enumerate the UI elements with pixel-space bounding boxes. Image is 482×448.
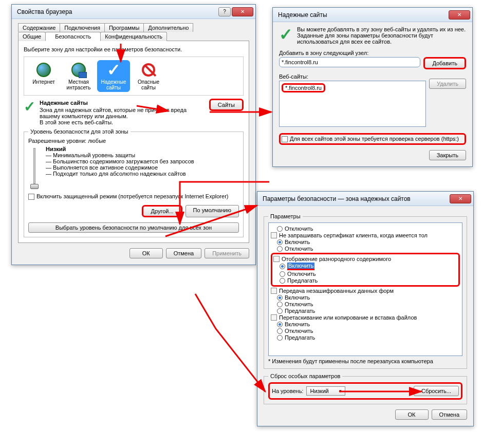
tree-group-icon [273, 256, 280, 262]
checkmark-icon: ✓ [279, 26, 293, 43]
win3-title: Параметры безопасности — зона надежных с… [263, 195, 450, 202]
tab-privacy[interactable]: Конфиденциальность [100, 32, 167, 41]
intranet-icon [71, 63, 86, 77]
cancel-button[interactable]: Отмена [166, 248, 201, 258]
radio-icon[interactable] [277, 295, 283, 301]
zone-desc-text: Надежные сайты Зона для надежных сайтов,… [40, 100, 205, 125]
help-button[interactable]: ? [218, 7, 231, 16]
tab-general[interactable]: Общие [18, 32, 46, 41]
ok-button[interactable]: ОК [129, 248, 163, 258]
radio-icon[interactable] [277, 322, 283, 327]
zone-list: Интернет Местная интрасеть ✓ Надежные са… [24, 57, 244, 96]
security-panel: Выберите зону для настройки ее параметро… [18, 41, 249, 243]
level-info: Низкий — Минимальный уровень защиты — Бо… [46, 146, 239, 189]
website-item[interactable]: *.fincontrol8.ru [282, 83, 325, 92]
tab-security[interactable]: Безопасность [45, 32, 101, 41]
sites-button[interactable]: Сайты [209, 99, 244, 111]
zone-label: Опасные сайты [134, 79, 163, 90]
zone-trusted[interactable]: ✓ Надежные сайты [97, 60, 130, 92]
add-site-label: Добавить в зону следующий узел: [279, 50, 466, 56]
zone-intranet[interactable]: Местная интрасеть [62, 60, 95, 92]
radio-icon[interactable] [277, 335, 283, 341]
tab-content[interactable]: Содержание [18, 23, 60, 32]
add-button[interactable]: Добавить [423, 57, 466, 69]
win3-titlebar[interactable]: Параметры безопасности — зона надежных с… [257, 192, 473, 206]
radio-icon[interactable] [277, 308, 283, 314]
reset-all-zones-button[interactable]: Выбрать уровень безопасности по умолчани… [28, 222, 239, 233]
zone-label: Надежные сайты [99, 79, 128, 90]
level-b3: — Выполняется все активное содержимое [46, 164, 239, 171]
zone-internet[interactable]: Интернет [27, 60, 60, 92]
level-b4: — Подходит только для абсолютно надежных… [46, 171, 239, 177]
radio-icon[interactable] [277, 302, 283, 307]
apply-button[interactable]: Применить [205, 248, 249, 258]
win2-title: Надежные сайты [278, 11, 449, 18]
cancel-button[interactable]: Отмена [432, 409, 467, 420]
reset-label: На уровень: [272, 388, 303, 394]
tab-advanced[interactable]: Дополнительно [143, 23, 193, 32]
reset-button[interactable]: Сбросить... [414, 386, 459, 396]
close-dialog-button[interactable]: Закрыть [429, 150, 466, 160]
zone-desc-title: Надежные сайты [40, 100, 205, 106]
radio-icon[interactable] [277, 328, 283, 334]
close-button[interactable]: ✕ [450, 194, 471, 203]
custom-level-button[interactable]: Другой... [142, 205, 182, 217]
add-site-input[interactable] [279, 57, 420, 67]
remove-button[interactable]: Удалить [429, 79, 466, 89]
globe-icon [36, 63, 51, 77]
level-name: Низкий [46, 146, 239, 152]
params-legend: Параметры [268, 213, 303, 219]
radio-icon[interactable] [277, 246, 283, 252]
protected-mode-label: Включить защищенный режим (потребуется п… [36, 193, 228, 199]
tab-connections[interactable]: Подключения [60, 23, 105, 32]
radio-icon[interactable] [277, 239, 283, 245]
close-button[interactable]: ✕ [449, 10, 470, 20]
win1-title: Свойства браузера [17, 8, 218, 15]
security-settings-window: Параметры безопасности — зона надежных с… [257, 191, 474, 426]
websites-listbox[interactable]: *.fincontrol8.ru [279, 81, 426, 127]
reset-group: Сброс особых параметров На уровень: Низк… [264, 373, 467, 404]
restart-note: * Изменения будут применены после переза… [268, 358, 462, 364]
settings-tree[interactable]: Отключить Не запрашивать сертификат клие… [268, 222, 462, 356]
win3-dialog-buttons: ОК Отмена [264, 409, 467, 420]
checkbox-icon [282, 136, 288, 142]
reset-level-select[interactable]: Низкий [306, 386, 345, 396]
security-slider[interactable] [28, 146, 41, 189]
checkbox-icon [28, 194, 34, 200]
tree-group-icon [271, 288, 277, 294]
zone-prompt: Выберите зону для настройки ее параметро… [24, 46, 244, 52]
tab-programs[interactable]: Программы [104, 23, 144, 32]
tabs-row2: Общие Безопасность Конфиденциальность [18, 32, 249, 41]
radio-icon[interactable] [280, 271, 285, 277]
radio-icon[interactable] [277, 226, 283, 232]
require-https-checkbox[interactable]: Для всех сайтов этой зоны требуется пров… [279, 133, 466, 145]
zone-label: Интернет [29, 79, 59, 85]
checkmark-icon: ✓ [24, 100, 35, 114]
radio-icon[interactable] [280, 264, 285, 269]
level-b1: — Минимальный уровень защиты [46, 152, 239, 158]
zone-label: Местная интрасеть [64, 79, 94, 90]
win2-intro: Вы можете добавлять в эту зону веб-сайты… [297, 26, 466, 45]
level-b2: — Большинство содержимого загружается бе… [46, 158, 239, 164]
checkmark-icon: ✓ [107, 62, 121, 78]
win2-titlebar[interactable]: Надежные сайты ✕ [273, 8, 472, 22]
zone-desc2: В этой зоне есть веб-сайты. [40, 119, 113, 125]
parameters-group: Параметры Отключить Не запрашивать серти… [264, 213, 467, 369]
win1-titlebar[interactable]: Свойства браузера ? ✕ [12, 5, 255, 19]
security-level-group: Уровень безопасности для этой зоны Разре… [24, 128, 244, 237]
protected-mode-checkbox[interactable]: Включить защищенный режим (потребуется п… [28, 193, 239, 200]
internet-options-window: Свойства браузера ? ✕ Содержание Подключ… [11, 4, 256, 265]
tabs-row1: Содержание Подключения Программы Дополни… [18, 23, 249, 32]
win3-body: Параметры Отключить Не запрашивать серти… [257, 206, 473, 426]
zone-restricted[interactable]: Опасные сайты [132, 60, 165, 92]
default-level-button[interactable]: По умолчанию [186, 205, 239, 217]
zone-description: ✓ Надежные сайты Зона для надежных сайто… [24, 100, 244, 125]
ok-button[interactable]: ОК [395, 409, 429, 420]
close-button[interactable]: ✕ [232, 7, 253, 16]
reset-legend: Сброс особых параметров [268, 373, 342, 379]
level-legend: Уровень безопасности для этой зоны [28, 128, 131, 135]
allowed-levels: Разрешенные уровни: любые [28, 138, 239, 144]
trusted-sites-window: Надежные сайты ✕ ✓ Вы можете добавлять в… [272, 7, 473, 167]
radio-icon[interactable] [280, 278, 285, 284]
tree-group-icon [271, 314, 277, 321]
